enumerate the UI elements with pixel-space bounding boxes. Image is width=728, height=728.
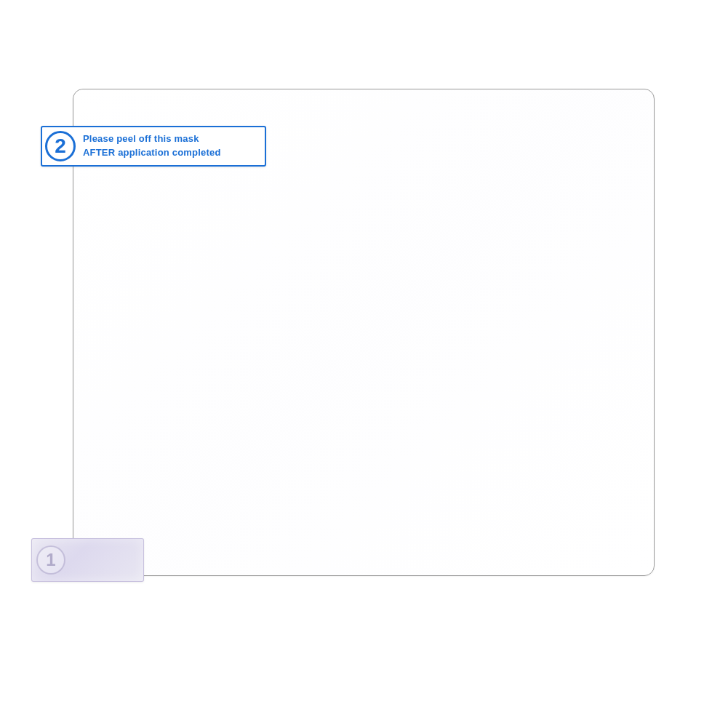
instruction-line-2: AFTER application completed [83, 146, 221, 160]
step-number-circle-icon: 1 [36, 545, 65, 575]
peel-tab-step-1: 1 [31, 538, 144, 582]
step-number-circle-icon: 2 [45, 131, 76, 161]
peel-instruction-text: Please peel off this mask AFTER applicat… [83, 132, 221, 160]
instruction-line-1: Please peel off this mask [83, 132, 221, 146]
step-number: 1 [46, 550, 55, 570]
peel-tab-step-2: 2 Please peel off this mask AFTER applic… [41, 126, 266, 167]
step-number: 2 [55, 135, 66, 158]
